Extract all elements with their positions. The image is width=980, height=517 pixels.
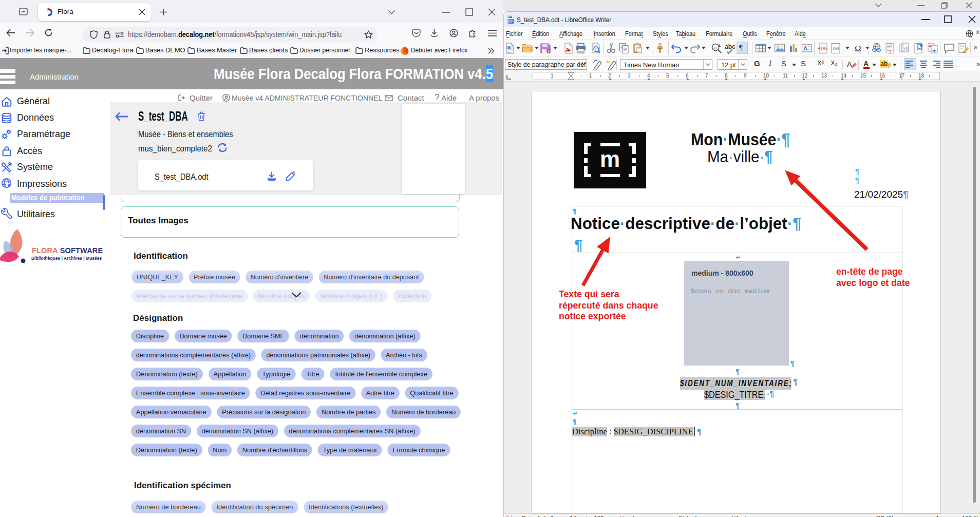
svg-text:abc: abc [725,43,736,50]
svg-text:A: A [803,45,807,51]
svg-text:¶: ¶ [739,44,743,52]
svg-text:Ω: Ω [855,44,861,53]
svg-text:a: a [714,45,717,50]
svg-text:(-): (-) [833,47,839,50]
svg-text:A: A [847,60,852,68]
svg-text:(i): (i) [904,47,909,51]
svg-text:1: 1 [889,50,891,53]
